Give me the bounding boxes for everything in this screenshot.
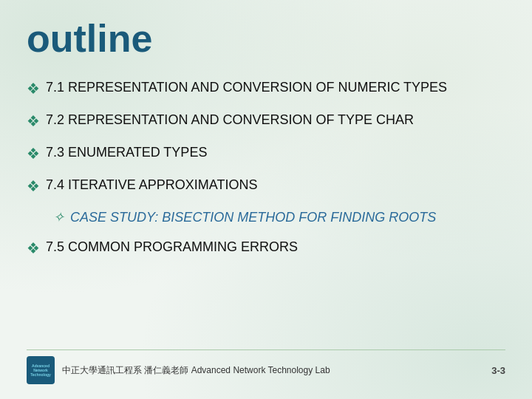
bullet-item-1: ❖ 7.1 REPRESENTATION AND CONVERSION OF N… <box>27 78 505 100</box>
logo-box: Advanced Network Technology <box>27 356 55 384</box>
slide: outline ❖ 7.1 REPRESENTATION AND CONVERS… <box>0 0 532 399</box>
page-number: 3-3 <box>491 365 505 376</box>
sub-bullet-icon: ✧ <box>53 208 64 227</box>
slide-content: ❖ 7.1 REPRESENTATION AND CONVERSION OF N… <box>27 78 505 349</box>
footer-left: Advanced Network Technology 中正大學通訊工程系 潘仁… <box>27 356 330 384</box>
footer-label: 中正大學通訊工程系 潘仁義老師 Advanced Network Technol… <box>62 364 330 377</box>
bullet-text-3: 7.3 ENUMERATED TYPES <box>46 143 505 162</box>
logo-line-3: Technology <box>30 372 51 377</box>
slide-footer: Advanced Network Technology 中正大學通訊工程系 潘仁… <box>27 349 505 384</box>
bullet-icon-2: ❖ <box>27 111 40 132</box>
bullet-text-2: 7.2 REPRESENTATION AND CONVERSION OF TYP… <box>46 110 505 129</box>
bullet-text-1: 7.1 REPRESENTATION AND CONVERSION OF NUM… <box>46 78 505 97</box>
bullet-icon-3: ❖ <box>27 143 40 165</box>
bullet-item-5: ❖ 7.5 COMMON PROGRAMMING ERRORS <box>27 237 505 259</box>
bullet-icon-5: ❖ <box>27 238 40 259</box>
bullet-text-5: 7.5 COMMON PROGRAMMING ERRORS <box>46 237 505 256</box>
bullet-icon-4: ❖ <box>27 176 40 197</box>
bullet-item-2: ❖ 7.2 REPRESENTATION AND CONVERSION OF T… <box>27 110 505 132</box>
bullet-icon-1: ❖ <box>27 78 40 100</box>
bullet-text-4: 7.4 ITERATIVE APPROXIMATIONS <box>46 175 505 194</box>
slide-title: outline <box>27 18 505 60</box>
sub-bullet-text: CASE STUDY: BISECTION METHOD FOR FINDING… <box>70 208 505 227</box>
bullet-item-4: ❖ 7.4 ITERATIVE APPROXIMATIONS <box>27 175 505 197</box>
bullet-item-3: ❖ 7.3 ENUMERATED TYPES <box>27 143 505 165</box>
sub-bullet-item: ✧ CASE STUDY: BISECTION METHOD FOR FINDI… <box>53 208 505 227</box>
